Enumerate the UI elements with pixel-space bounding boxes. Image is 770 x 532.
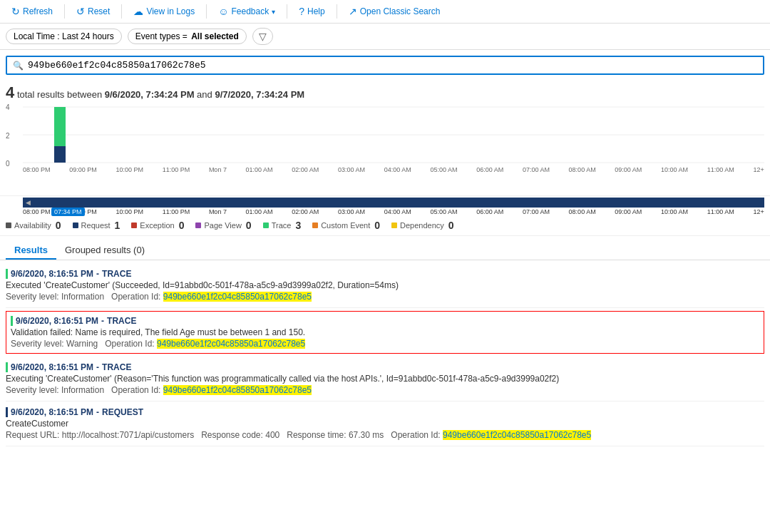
result-3-color-bar bbox=[6, 362, 8, 372]
request-color-dot bbox=[73, 222, 78, 228]
results-start: 9/6/2020, 7:34:24 PM bbox=[105, 89, 195, 100]
reset-icon: ↺ bbox=[76, 6, 85, 17]
custom-event-label: Custom Event bbox=[321, 221, 370, 230]
result-item-2[interactable]: 9/6/2020, 8:16:51 PM - TRACE Validation … bbox=[6, 311, 764, 354]
legend-custom-event: Custom Event 0 bbox=[312, 220, 380, 231]
tl-label-9: 05:00 AM bbox=[430, 208, 457, 215]
tl-label-14: 10:00 AM bbox=[661, 208, 688, 215]
result-1-type: TRACE bbox=[102, 269, 131, 279]
tab-results-label: Results bbox=[14, 245, 48, 255]
search-bar: 🔍 bbox=[6, 56, 764, 75]
tab-results[interactable]: Results bbox=[6, 242, 56, 260]
x-label-4: Mon 7 bbox=[209, 166, 227, 173]
x-label-5: 01:00 AM bbox=[246, 166, 273, 173]
chart-y-labels: 4 2 0 bbox=[6, 103, 10, 168]
exception-count: 0 bbox=[179, 220, 185, 231]
dependency-label: Dependency bbox=[400, 221, 444, 230]
external-link-icon: ↗ bbox=[349, 6, 357, 17]
result-3-body: Executing 'CreateCustomer' (Reason='This… bbox=[6, 374, 764, 384]
event-type-value: All selected bbox=[191, 31, 239, 41]
trace-label: Trace bbox=[272, 221, 292, 230]
timeline-back-icon: ◀ bbox=[26, 199, 31, 206]
open-classic-search-button[interactable]: ↗ Open Classic Search bbox=[343, 3, 446, 20]
help-label: Help bbox=[307, 6, 325, 16]
x-label-0: 08:00 PM bbox=[23, 166, 51, 173]
y-label-4: 4 bbox=[6, 103, 10, 111]
result-1-meta: Severity level: Information Operation Id… bbox=[6, 292, 764, 302]
custom-event-count: 0 bbox=[374, 220, 380, 231]
svg-rect-4 bbox=[54, 146, 66, 163]
view-in-logs-button[interactable]: ☁ View in Logs bbox=[128, 3, 200, 20]
open-classic-search-label: Open Classic Search bbox=[360, 6, 441, 16]
results-count: 4 bbox=[6, 83, 14, 101]
divider-2 bbox=[121, 4, 122, 19]
result-2-meta: Severity level: Warning Operation Id: 94… bbox=[11, 339, 759, 349]
results-list: 9/6/2020, 8:16:51 PM - TRACE Executed 'C… bbox=[0, 260, 770, 449]
tab-grouped-results[interactable]: Grouped results (0) bbox=[56, 242, 153, 260]
result-4-dash: - bbox=[96, 407, 99, 417]
result-item-1[interactable]: 9/6/2020, 8:16:51 PM - TRACE Executed 'C… bbox=[6, 263, 764, 308]
chart-area: 4 2 0 08:00 PM 09:00 PM 10:00 PM 11:00 P… bbox=[0, 103, 770, 196]
x-label-12: 08:00 AM bbox=[569, 166, 596, 173]
legend-availability: Availability 0 bbox=[6, 220, 61, 231]
filter-icon-button[interactable]: ▽ bbox=[252, 28, 273, 45]
results-tabs: Results Grouped results (0) bbox=[0, 236, 770, 260]
result-4-body: CreateCustomer bbox=[6, 419, 764, 429]
result-2-body: Validation failed: Name is required, The… bbox=[11, 327, 759, 337]
filter-funnel-icon: ▽ bbox=[259, 31, 267, 42]
result-3-title: 9/6/2020, 8:16:51 PM - TRACE bbox=[6, 362, 764, 372]
legend-pageview: Page View 0 bbox=[195, 220, 251, 231]
help-icon: ? bbox=[299, 6, 304, 17]
result-1-op-id: 949be660e1f2c04c85850a17062c78e5 bbox=[163, 292, 312, 302]
toolbar: ↻ Refresh ↺ Reset ☁ View in Logs ☺ Feedb… bbox=[0, 0, 770, 24]
result-3-type: TRACE bbox=[102, 362, 131, 372]
tl-label-7: 03:00 AM bbox=[338, 208, 365, 215]
search-input[interactable] bbox=[28, 60, 757, 71]
feedback-chevron-icon: ▾ bbox=[272, 8, 275, 16]
x-label-14: 10:00 AM bbox=[661, 166, 688, 173]
results-text: total results between bbox=[17, 89, 102, 100]
refresh-button[interactable]: ↻ Refresh bbox=[6, 3, 58, 20]
divider-5 bbox=[337, 4, 337, 19]
result-3-meta: Severity level: Information Operation Id… bbox=[6, 385, 764, 395]
results-end: 9/7/2020, 7:34:24 PM bbox=[215, 89, 304, 100]
tl-label-11: 07:00 AM bbox=[523, 208, 550, 215]
event-type-filter-pill[interactable]: Event types = All selected bbox=[128, 29, 247, 44]
x-label-7: 03:00 AM bbox=[338, 166, 365, 173]
result-2-title: 9/6/2020, 8:16:51 PM - TRACE bbox=[11, 316, 759, 326]
x-label-2: 10:00 PM bbox=[115, 166, 143, 173]
time-filter-pill[interactable]: Local Time : Last 24 hours bbox=[6, 29, 122, 44]
result-1-dash: - bbox=[96, 269, 99, 279]
result-4-title: 9/6/2020, 8:16:51 PM - REQUEST bbox=[6, 407, 764, 417]
x-label-1: 09:00 PM bbox=[69, 166, 97, 173]
x-label-3: 11:00 PM bbox=[163, 166, 190, 173]
chart-bars-container bbox=[23, 103, 764, 166]
divider-3 bbox=[206, 4, 207, 19]
view-in-logs-label: View in Logs bbox=[146, 6, 195, 16]
result-2-color-bar bbox=[11, 316, 13, 326]
tl-label-2: 10:00 PM bbox=[115, 208, 143, 215]
feedback-icon: ☺ bbox=[218, 6, 228, 17]
request-label: Request bbox=[81, 221, 111, 230]
availability-label: Availability bbox=[14, 221, 51, 230]
logs-icon: ☁ bbox=[133, 6, 143, 17]
result-item-3[interactable]: 9/6/2020, 8:16:51 PM - TRACE Executing '… bbox=[6, 357, 764, 401]
result-4-meta: Request URL: http://localhost:7071/api/c… bbox=[6, 430, 764, 440]
feedback-button[interactable]: ☺ Feedback ▾ bbox=[212, 3, 281, 20]
legend-request: Request 1 bbox=[73, 220, 120, 231]
legend-trace: Trace 3 bbox=[263, 220, 302, 231]
tl-label-0: 08:00 PM bbox=[23, 208, 51, 215]
result-item-4[interactable]: 9/6/2020, 8:16:51 PM - REQUEST CreateCus… bbox=[6, 401, 764, 446]
timeline-x-labels: 08:00 PM 09:00 PM 10:00 PM 11:00 PM Mon … bbox=[23, 208, 764, 215]
trace-color-dot bbox=[263, 222, 269, 228]
legend-dependency: Dependency 0 bbox=[391, 220, 454, 231]
result-3-date: 9/6/2020, 8:16:51 PM bbox=[11, 362, 93, 372]
timeline-bar: ◀ bbox=[23, 198, 764, 208]
help-button[interactable]: ? Help bbox=[293, 3, 330, 20]
x-label-13: 09:00 AM bbox=[615, 166, 642, 173]
reset-button[interactable]: ↺ Reset bbox=[71, 3, 115, 20]
reset-label: Reset bbox=[88, 6, 110, 16]
exception-label: Exception bbox=[140, 221, 174, 230]
divider-1 bbox=[64, 4, 65, 19]
divider-4 bbox=[287, 4, 287, 19]
